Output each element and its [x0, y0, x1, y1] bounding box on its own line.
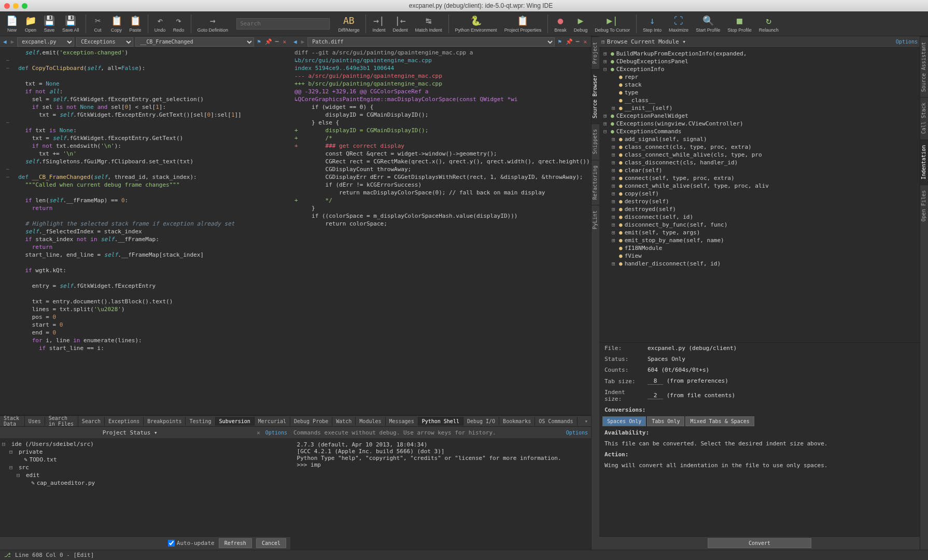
tree-item[interactable]: ⊟ide (/Users/sdeibel/src): [2, 440, 288, 448]
vtab-source-browser[interactable]: Source Browser: [592, 69, 599, 123]
vtab-source-assistant[interactable]: Source Assistant: [920, 36, 928, 97]
panel-menu-icon[interactable]: ▾: [581, 418, 591, 425]
dedent-button[interactable]: |←Dedent: [390, 12, 411, 35]
match-indent-button[interactable]: ↹Match Indent: [412, 12, 445, 35]
nav-back-icon[interactable]: ◀: [292, 38, 298, 45]
copy-button[interactable]: 📋Copy: [108, 12, 125, 35]
step-into-button[interactable]: ↓Step Into: [640, 12, 665, 35]
zoom-window-button[interactable]: [22, 3, 27, 9]
undo-button[interactable]: ↶Undo: [151, 12, 169, 35]
open-button[interactable]: 📁Open: [22, 12, 39, 35]
source-browser-item[interactable]: ●type: [601, 89, 918, 96]
source-browser-item[interactable]: ⊞●__init__(self): [601, 104, 918, 112]
vtab-refactoring[interactable]: Refactoring: [592, 160, 599, 205]
source-browser-item[interactable]: ⊞●connect(self, type, proc, extra): [601, 174, 918, 182]
tree-item[interactable]: ✎cap_autoeditor.py: [2, 479, 288, 487]
python-shell[interactable]: 2.7.3 (default, Apr 10 2013, 18:04:34) […: [290, 438, 591, 471]
auto-update-checkbox[interactable]: Auto-update: [168, 540, 215, 547]
source-browser-item[interactable]: ⊞●disconnect_by_func(self, func): [601, 221, 918, 229]
options-link[interactable]: Options: [566, 430, 588, 436]
conv-mixed-tabs-spaces[interactable]: Mixed Tabs & Spaces: [685, 416, 754, 426]
file-selector[interactable]: excpanel.py: [17, 37, 74, 47]
save-button[interactable]: 💾Save: [40, 12, 58, 35]
goto-definition-button[interactable]: →Goto Definition: [194, 12, 232, 35]
vtab-snippets[interactable]: Snippets: [592, 123, 599, 159]
stop-profile-button[interactable]: ■Stop Profile: [724, 12, 755, 35]
code-editor-diff[interactable]: diff --git a/src/gui/painting/qpaintengi…: [290, 48, 591, 415]
vtab-project[interactable]: Project: [592, 36, 599, 69]
tab-bookmarks[interactable]: Bookmarks: [499, 417, 535, 426]
source-browser-item[interactable]: ⊞●destroy(self): [601, 198, 918, 205]
redo-button[interactable]: ↷Redo: [170, 12, 188, 35]
search-input[interactable]: [236, 18, 330, 30]
browse-module-dropdown[interactable]: Browse Current Module ▾: [607, 38, 894, 45]
vtab-call-stack[interactable]: Call Stack: [920, 97, 928, 139]
bookmark-icon[interactable]: ⚑: [557, 38, 563, 45]
tree-item[interactable]: ✎TODO.txt: [2, 456, 288, 464]
source-browser-item[interactable]: ⊟●CExceptionInfo: [601, 65, 918, 73]
start-profile-button[interactable]: 🔍Start Profile: [693, 12, 723, 35]
tab-os-commands[interactable]: OS Commands: [535, 417, 577, 426]
nav-fwd-icon[interactable]: ▶: [10, 38, 16, 45]
source-browser-item[interactable]: ⊞●class_disconnect(cls, handler_id): [601, 159, 918, 166]
diff/merge-button[interactable]: ABDiff/Merge: [335, 12, 362, 35]
source-browser-item[interactable]: ⊞●connect_while_alive(self, type, proc, …: [601, 182, 918, 190]
bookmark-icon[interactable]: ⚑: [256, 38, 262, 45]
source-browser-item[interactable]: ⊞●class_connect(cls, type, proc, extra): [601, 143, 918, 151]
close-icon[interactable]: ✕: [581, 38, 589, 45]
pin-icon[interactable]: 📌: [565, 38, 574, 45]
tab-search-in-files[interactable]: Search in Files: [45, 414, 78, 428]
source-browser-item[interactable]: ●fI18NModule: [601, 244, 918, 252]
vtab-pylint[interactable]: PyLint: [592, 205, 599, 234]
source-browser-item[interactable]: ⊞●CExceptions(wingview.CViewController): [601, 120, 918, 128]
tab-stack-data[interactable]: Stack Data: [0, 414, 25, 428]
project-status-dropdown[interactable]: Project Status ▾: [3, 429, 257, 436]
vtab-open-files[interactable]: Open Files: [920, 185, 928, 227]
source-browser-item[interactable]: ⊞●disconnect(self, id): [601, 213, 918, 221]
source-browser-item[interactable]: ●fView: [601, 252, 918, 260]
tab-breakpoints[interactable]: Breakpoints: [144, 417, 186, 426]
conv-tabs-only[interactable]: Tabs Only: [647, 416, 684, 426]
source-browser-item[interactable]: ⊞●BuildMarkupFromExceptionInfo(expanded,: [601, 50, 918, 58]
source-browser-item[interactable]: ⊞●destroyed(self): [601, 205, 918, 213]
file-selector[interactable]: Patch.diff: [307, 37, 555, 47]
class-selector[interactable]: CExceptions: [76, 37, 133, 47]
source-browser-item[interactable]: ⊞●CExceptionPanelWidget: [601, 112, 918, 120]
tab-debug-probe[interactable]: Debug Probe: [290, 417, 332, 426]
tab-mercurial[interactable]: Mercurial: [255, 417, 290, 426]
close-window-button[interactable]: [4, 3, 10, 9]
close-icon[interactable]: ✕: [280, 38, 288, 45]
minimize-icon[interactable]: ━: [576, 38, 580, 45]
maximize-button[interactable]: ⛶Maximize: [666, 12, 692, 35]
relaunch-button[interactable]: ↻Relaunch: [756, 12, 782, 35]
cut-button[interactable]: ✂Cut: [89, 12, 107, 35]
options-link[interactable]: Options: [896, 39, 918, 45]
nav-back-icon[interactable]: ◀: [2, 38, 8, 45]
tree-item[interactable]: ⊟private: [2, 448, 288, 456]
minimize-window-button[interactable]: [13, 3, 19, 9]
tab-modules[interactable]: Modules: [356, 417, 385, 426]
method-selector[interactable]: __CB_FrameChanged: [135, 37, 254, 47]
vcs-icon[interactable]: ⎇: [4, 552, 11, 558]
tabsize-input[interactable]: [648, 377, 663, 385]
conv-spaces-only[interactable]: Spaces Only: [602, 416, 646, 426]
debug-to-cursor-button[interactable]: ▶|Debug To Cursor: [592, 12, 633, 35]
paste-button[interactable]: 📋Paste: [126, 12, 145, 35]
source-browser-item[interactable]: ⊞●add_signal(self, signal): [601, 135, 918, 143]
tab-messages[interactable]: Messages: [386, 417, 418, 426]
close-panel-icon[interactable]: ✕: [257, 429, 260, 436]
cancel-button[interactable]: Cancel: [256, 538, 286, 548]
save-all-button[interactable]: 💾Save All: [59, 12, 82, 35]
tab-exceptions[interactable]: Exceptions: [105, 417, 144, 426]
tree-item[interactable]: ⊟src: [2, 464, 288, 471]
source-browser-item[interactable]: ●stack: [601, 81, 918, 89]
new-button[interactable]: 📄New: [3, 12, 21, 35]
tab-watch[interactable]: Watch: [332, 417, 356, 426]
source-browser-item[interactable]: ●repr: [601, 73, 918, 81]
source-browser-item[interactable]: ⊞●class_connect_while_alive(cls, type, p…: [601, 151, 918, 159]
source-browser-item[interactable]: ⊟●CExceptionsCommands: [601, 128, 918, 135]
source-browser-item[interactable]: ⊞●clear(self): [601, 166, 918, 174]
pin-icon[interactable]: 📌: [264, 38, 273, 45]
vtab-indentation[interactable]: Indentation: [920, 139, 928, 185]
nav-fwd-icon[interactable]: ▶: [300, 38, 306, 45]
